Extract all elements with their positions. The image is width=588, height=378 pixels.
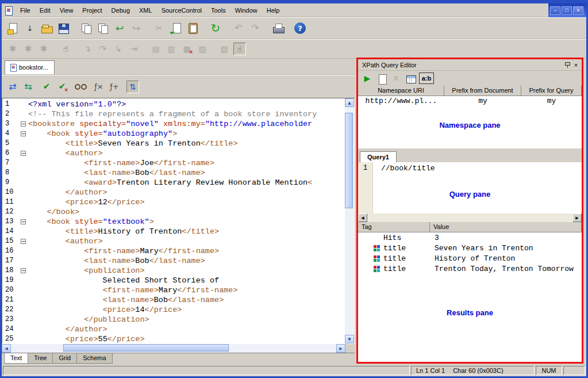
import-file-icon[interactable]: ↓ <box>23 21 37 35</box>
panel-close-icon[interactable]: × <box>572 62 580 68</box>
code-line[interactable]: 12 </book> <box>2 207 345 217</box>
menu-sourcecontrol[interactable]: SourceControl <box>157 5 206 16</box>
menu-debug[interactable]: Debug <box>107 5 134 16</box>
query-scroll-track[interactable] <box>367 213 572 222</box>
navigate-back-icon[interactable]: ↩ <box>113 21 126 35</box>
menu-window[interactable]: Window <box>230 5 262 16</box>
code-line[interactable]: 24 </author> <box>2 324 345 334</box>
navigate-forward-icon[interactable]: ↪ <box>129 21 143 35</box>
query-tab[interactable]: Query1 <box>360 151 397 162</box>
result-row[interactable]: titleTrenton Today, Trenton Tomorrow <box>358 264 582 274</box>
vertical-scroll-thumb[interactable] <box>345 113 353 208</box>
redo-icon[interactable]: ↷ <box>248 21 262 35</box>
preview-icon[interactable] <box>74 81 87 93</box>
watch-window-icon[interactable]: ▤ <box>149 43 162 55</box>
run-to-cursor-icon[interactable]: ⇥ <box>128 43 140 55</box>
export-results-icon[interactable] <box>405 72 416 84</box>
query-scroll-right-icon[interactable]: ▶ <box>572 213 582 222</box>
xpath-editor-toggle-icon[interactable]: ⇅ <box>126 81 139 93</box>
vertical-scroll-track[interactable] <box>345 107 354 335</box>
code-line[interactable]: 20 <first-name>Mary</first-name> <box>2 285 345 295</box>
code-line[interactable]: 16 <first-name>Mary</first-name> <box>2 246 345 256</box>
code-line[interactable]: 14 <title>History of Trenton</title> <box>2 227 345 236</box>
paste-icon[interactable] <box>186 21 199 35</box>
output-window-icon[interactable]: ▨ <box>218 43 230 55</box>
new-document-icon[interactable] <box>6 21 20 35</box>
menu-file[interactable]: File <box>16 5 35 16</box>
insert-function-icon[interactable]: ƒ+ <box>108 81 121 93</box>
horizontal-scroll-track[interactable] <box>11 344 336 353</box>
window-close-button[interactable]: × <box>573 6 583 15</box>
menu-view[interactable]: View <box>55 5 78 16</box>
query-editor[interactable]: 1 //book/title Query pane <box>358 162 582 213</box>
namespace-prefix-toggle-icon[interactable]: a:b <box>419 72 434 84</box>
result-row[interactable]: Hits3 <box>358 232 582 243</box>
delete-query-icon[interactable]: × <box>390 72 402 84</box>
debug-pause-icon[interactable]: ✱ <box>22 43 34 55</box>
hand-tool-icon[interactable]: ☝ <box>233 43 246 55</box>
code-line[interactable]: 10 </author> <box>2 188 345 197</box>
tab-text[interactable]: Text <box>4 353 28 364</box>
code-line[interactable]: 13− <book style="textbook"> <box>2 217 345 227</box>
fold-toggle-icon[interactable]: − <box>21 219 26 224</box>
menu-edit[interactable]: Edit <box>35 5 55 16</box>
code-line[interactable]: 25 <price>55</price> <box>2 334 345 343</box>
menu-xml[interactable]: XML <box>134 5 157 16</box>
query-body[interactable]: //book/title <box>373 162 582 213</box>
tab-schema[interactable]: Schema <box>76 353 112 364</box>
code-line[interactable]: 17 <last-name>Bob</last-name> <box>2 256 345 266</box>
tab-grid[interactable]: Grid <box>52 353 77 364</box>
editor-horizontal-scrollbar[interactable]: ◀ ▶ <box>2 344 345 353</box>
code-line[interactable]: 18− <publication> <box>2 266 345 276</box>
scroll-right-icon[interactable]: ▶ <box>336 344 345 353</box>
code-line[interactable]: 9 <award>Trenton Literary Review Honorab… <box>2 178 345 188</box>
tab-tree[interactable]: Tree <box>28 353 53 364</box>
run-query-icon[interactable]: ▶ <box>362 72 373 84</box>
query-scroll-left-icon[interactable]: ◀ <box>358 213 367 222</box>
refresh-icon[interactable]: ↻ <box>209 21 222 35</box>
horizontal-scroll-thumb[interactable] <box>63 344 229 352</box>
step-into-icon[interactable]: ↴ <box>81 43 94 55</box>
validate-icon[interactable]: ✔ <box>40 81 53 93</box>
variables-window-icon[interactable]: ▥ <box>165 43 178 55</box>
code-line[interactable]: 2<!-- This file represents a fragment of… <box>2 109 345 119</box>
code-line[interactable]: 22 <price>14</price> <box>2 305 345 315</box>
step-out-icon[interactable]: ↳ <box>112 43 125 55</box>
copy-window-icon[interactable] <box>79 21 93 35</box>
pan-hand-icon[interactable]: ☝ <box>59 43 72 55</box>
window-maximize-button[interactable]: □ <box>562 6 572 15</box>
step-over-icon[interactable]: ↷ <box>97 43 109 55</box>
validate-schema-icon[interactable]: ✔× <box>56 81 68 93</box>
result-row[interactable]: titleSeven Years in Trenton <box>358 243 582 253</box>
copy-icon[interactable] <box>169 21 183 35</box>
debug-start-icon[interactable]: ✱ <box>6 43 19 55</box>
menu-tools[interactable]: Tools <box>206 5 230 16</box>
xpath-function-icon[interactable]: ƒ× <box>93 81 105 93</box>
code-line[interactable]: 1<?xml version="1.0"?> <box>2 100 345 109</box>
menu-project[interactable]: Project <box>78 5 106 16</box>
new-query-icon[interactable] <box>376 72 387 84</box>
sync-views-icon[interactable]: ⇆ <box>22 81 34 93</box>
print-icon[interactable] <box>271 21 285 35</box>
code-line[interactable]: 23 </publication> <box>2 315 345 324</box>
code-line[interactable]: 15− <author> <box>2 236 345 246</box>
debug-stop-icon[interactable]: ✱ <box>37 43 50 55</box>
scroll-down-icon[interactable]: ▼ <box>345 335 354 343</box>
code-line[interactable]: 19 Selected Short Stories of <box>2 276 345 285</box>
document-tab[interactable]: bookstor... <box>5 60 55 74</box>
menu-help[interactable]: Help <box>262 5 285 16</box>
pin-icon[interactable] <box>564 61 571 68</box>
close-debug-window-icon[interactable]: ▦× <box>180 43 193 55</box>
editor-vertical-scrollbar[interactable]: ▲ ▼ <box>345 98 354 343</box>
duplicate-document-icon[interactable] <box>96 21 110 35</box>
fold-toggle-icon[interactable]: − <box>21 131 26 136</box>
scroll-up-icon[interactable]: ▲ <box>345 98 354 107</box>
call-stack-window-icon[interactable]: ▧ <box>196 43 209 55</box>
help-icon[interactable]: ? <box>294 22 306 34</box>
fold-toggle-icon[interactable]: − <box>21 121 26 127</box>
code-line[interactable]: 11 <price>12</price> <box>2 197 345 207</box>
fold-toggle-icon[interactable]: − <box>21 151 26 156</box>
open-file-icon[interactable] <box>40 21 53 35</box>
code-line[interactable]: 4− <book style="autobiography"> <box>2 129 345 139</box>
code-line[interactable]: 3−<bookstore specialty="novel" xmlns:my=… <box>2 119 345 129</box>
